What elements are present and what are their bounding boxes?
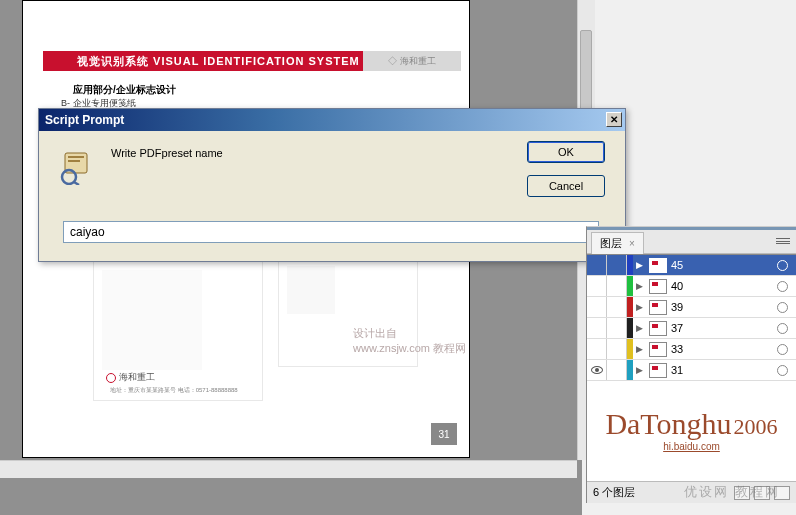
layer-count-text: 6 个图层 <box>593 485 635 500</box>
header-gray-bar: ◇ 海和重工 <box>363 51 461 71</box>
expand-icon[interactable]: ▶ <box>633 344 645 354</box>
layer-list: ▶ 45 ▶ 40 ▶ 39 ▶ <box>587 254 796 381</box>
header-red-bar: 视觉识别系统 VISUAL IDENTIFICATION SYSTEM <box>43 51 363 71</box>
lock-toggle[interactable] <box>607 297 627 317</box>
layer-thumbnail <box>649 300 667 315</box>
layer-name[interactable]: 37 <box>671 322 777 334</box>
dialog-buttons: OK Cancel <box>527 141 605 197</box>
visibility-toggle[interactable] <box>587 276 607 296</box>
layer-name[interactable]: 33 <box>671 343 777 355</box>
ok-button[interactable]: OK <box>527 141 605 163</box>
doc-subtitle-1: 应用部分/企业标志设计 <box>73 83 176 97</box>
preview-address-text: 地址：重庆市某某路某号 电话：0571-88888888 <box>110 386 238 395</box>
preview-logo-text: 海和重工 <box>119 371 155 384</box>
lock-toggle[interactable] <box>607 276 627 296</box>
horizontal-scrollbar[interactable] <box>0 460 577 478</box>
layer-row[interactable]: ▶ 37 <box>587 318 796 339</box>
visibility-toggle[interactable] <box>587 255 607 275</box>
signature-area: DaTonghu 2006 hi.baidu.com <box>587 381 796 481</box>
script-icon <box>59 149 95 185</box>
target-icon[interactable] <box>777 302 788 313</box>
lock-toggle[interactable] <box>607 339 627 359</box>
panel-menu-button[interactable] <box>774 234 792 248</box>
svg-rect-2 <box>68 160 80 162</box>
layers-panel: 图层 × ▶ 45 ▶ 40 ▶ 39 <box>586 226 796 503</box>
layer-thumbnail <box>649 258 667 273</box>
bottom-watermark: 优设网 教程网 <box>684 483 780 501</box>
signature-text: DaTonghu <box>605 410 731 437</box>
preview-blank-area <box>102 270 202 370</box>
visibility-toggle[interactable] <box>587 318 607 338</box>
script-prompt-dialog: Script Prompt ✕ Write PDFpreset name OK … <box>38 108 626 262</box>
preset-name-input[interactable] <box>63 221 599 243</box>
layer-row[interactable]: ▶ 31 <box>587 360 796 381</box>
target-icon[interactable] <box>777 281 788 292</box>
layer-name[interactable]: 39 <box>671 301 777 313</box>
dialog-title: Script Prompt <box>45 113 124 127</box>
layer-thumbnail <box>649 279 667 294</box>
lock-toggle[interactable] <box>607 318 627 338</box>
preview-logo: 海和重工 <box>106 371 155 384</box>
target-icon[interactable] <box>777 365 788 376</box>
layer-name[interactable]: 45 <box>671 259 777 271</box>
layer-row[interactable]: ▶ 40 <box>587 276 796 297</box>
layer-thumbnail <box>649 363 667 378</box>
close-icon: ✕ <box>610 114 618 125</box>
lock-toggle[interactable] <box>607 255 627 275</box>
dialog-body: Write PDFpreset name OK Cancel <box>39 131 625 261</box>
expand-icon[interactable]: ▶ <box>633 302 645 312</box>
visibility-toggle[interactable] <box>587 339 607 359</box>
signature-url: hi.baidu.com <box>663 441 720 452</box>
signature-year: 2006 <box>734 417 778 437</box>
expand-icon[interactable]: ▶ <box>633 323 645 333</box>
expand-icon[interactable]: ▶ <box>633 260 645 270</box>
layer-thumbnail <box>649 321 667 336</box>
visibility-toggle[interactable] <box>587 297 607 317</box>
panel-tab-row: 图层 × <box>587 230 796 254</box>
svg-line-4 <box>74 182 79 185</box>
tab-label: 图层 <box>600 237 622 249</box>
layer-row[interactable]: ▶ 45 <box>587 255 796 276</box>
eye-icon <box>591 366 603 374</box>
close-button[interactable]: ✕ <box>606 112 622 127</box>
gear-icon <box>106 373 116 383</box>
tab-close-icon[interactable]: × <box>629 238 635 249</box>
layer-row[interactable]: ▶ 39 <box>587 297 796 318</box>
target-icon[interactable] <box>777 260 788 271</box>
preview-corner <box>287 266 335 314</box>
lock-toggle[interactable] <box>607 360 627 380</box>
page-number-badge: 31 <box>431 423 457 445</box>
stationery-preview-2 <box>278 257 418 367</box>
layers-tab[interactable]: 图层 × <box>591 232 644 254</box>
cancel-button[interactable]: Cancel <box>527 175 605 197</box>
expand-icon[interactable]: ▶ <box>633 365 645 375</box>
layer-name[interactable]: 31 <box>671 364 777 376</box>
target-icon[interactable] <box>777 323 788 334</box>
layer-thumbnail <box>649 342 667 357</box>
visibility-toggle[interactable] <box>587 360 607 380</box>
svg-rect-1 <box>68 156 84 158</box>
stationery-preview-1: 海和重工 地址：重庆市某某路某号 电话：0571-88888888 <box>93 261 263 401</box>
expand-icon[interactable]: ▶ <box>633 281 645 291</box>
dialog-titlebar[interactable]: Script Prompt ✕ <box>39 109 625 131</box>
layer-name[interactable]: 40 <box>671 280 777 292</box>
layer-row[interactable]: ▶ 33 <box>587 339 796 360</box>
target-icon[interactable] <box>777 344 788 355</box>
